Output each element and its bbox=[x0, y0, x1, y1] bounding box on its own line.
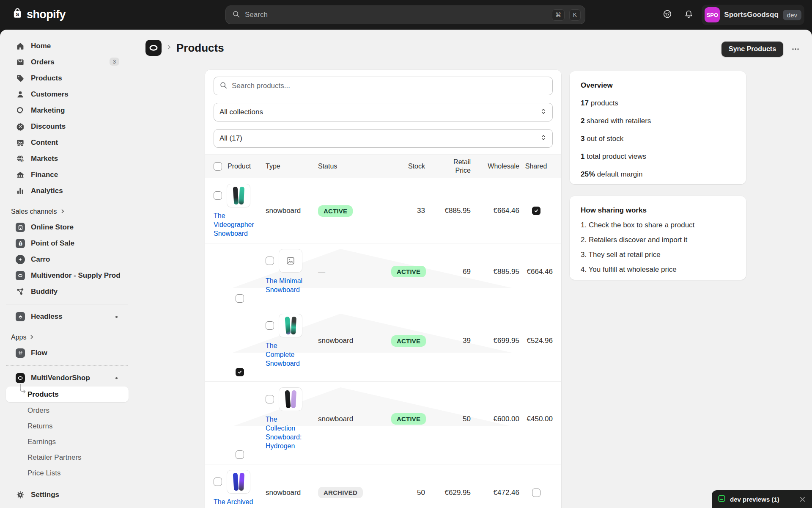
buddify-icon bbox=[16, 287, 25, 296]
sidebar-subitem-price-lists[interactable]: Price Lists bbox=[0, 465, 134, 481]
apps-header[interactable]: Apps bbox=[0, 330, 134, 345]
shopify-bag-icon: S bbox=[11, 7, 24, 22]
sidebar-item-products[interactable]: Products bbox=[0, 70, 129, 86]
pos-icon: S bbox=[16, 239, 25, 248]
status-badge: ACTIVE bbox=[391, 335, 426, 347]
sidebar-item-multivendor[interactable]: Multivendor - Supply Prod... bbox=[0, 268, 129, 284]
product-search-field[interactable] bbox=[214, 77, 553, 95]
table-header: Product Type Status Stock Retail Price W… bbox=[205, 155, 561, 178]
gear-icon bbox=[16, 490, 25, 500]
sidebar-item-finance[interactable]: Finance bbox=[0, 167, 129, 183]
status-badge: ARCHIVED bbox=[318, 487, 363, 498]
breadcrumb-chevron-icon bbox=[166, 44, 172, 52]
sidebar-item-headless[interactable]: Headless bbox=[0, 309, 129, 325]
image-placeholder-icon bbox=[286, 256, 295, 265]
flow-icon bbox=[16, 348, 25, 358]
sidekick-button[interactable] bbox=[659, 7, 675, 23]
stat-out-of-stock: 3 out of stock bbox=[581, 135, 735, 143]
dev-previews-toast[interactable]: dev previews (1) bbox=[712, 490, 812, 508]
table-row: The Minimal Snowboard — ACTIVE 69 €885.9… bbox=[205, 243, 561, 308]
k-key: K bbox=[569, 9, 581, 21]
svg-text:S: S bbox=[19, 243, 21, 245]
status-filter-select[interactable]: All (17) bbox=[214, 129, 553, 148]
sync-products-button[interactable]: Sync Products bbox=[721, 41, 783, 57]
online-store-icon bbox=[16, 223, 25, 232]
shared-checkbox[interactable] bbox=[236, 368, 244, 376]
store-menu[interactable]: SPO SportsGoodsqq dev bbox=[702, 5, 804, 25]
shopify-logo[interactable]: S shopify bbox=[11, 7, 66, 22]
row-checkbox[interactable] bbox=[214, 478, 222, 486]
tag-icon bbox=[16, 74, 25, 83]
app-breadcrumb-icon[interactable] bbox=[145, 40, 162, 56]
sidebar-item-customers[interactable]: Customers bbox=[0, 86, 129, 102]
row-checkbox[interactable] bbox=[266, 257, 274, 265]
sidebar-subitem-orders[interactable]: Orders bbox=[0, 403, 134, 418]
sidebar-item-markets[interactable]: $ Markets bbox=[0, 151, 129, 167]
multivendorshop-icon bbox=[16, 373, 25, 383]
orders-icon bbox=[16, 58, 25, 67]
carro-icon bbox=[16, 255, 25, 264]
more-actions-button[interactable] bbox=[789, 44, 802, 55]
select-stepper-icon bbox=[540, 108, 547, 117]
product-link[interactable]: The Minimal Snowboard bbox=[266, 276, 308, 294]
sidebar-item-carro[interactable]: Carro bbox=[0, 251, 129, 268]
sidebar-item-discounts[interactable]: Discounts bbox=[0, 119, 129, 135]
status-badge: ACTIVE bbox=[391, 266, 426, 277]
close-icon[interactable] bbox=[799, 496, 806, 502]
product-link[interactable]: The Complete Snowboard bbox=[266, 341, 308, 368]
product-thumbnail-placeholder bbox=[279, 249, 302, 273]
sidebar-item-settings[interactable]: Settings bbox=[0, 487, 129, 503]
sales-channels-header[interactable]: Sales channels bbox=[0, 204, 134, 219]
product-link[interactable]: The Collection Snowboard: Hydrogen bbox=[266, 415, 308, 450]
row-checkbox[interactable] bbox=[214, 191, 222, 200]
notifications-button[interactable] bbox=[680, 7, 697, 23]
sidebar-subitem-retailer-partners[interactable]: Retailer Partners bbox=[0, 450, 134, 465]
headless-icon bbox=[16, 312, 25, 321]
product-search-input[interactable] bbox=[232, 82, 547, 90]
stat-products: 17 products bbox=[581, 99, 735, 108]
bell-icon bbox=[684, 9, 694, 21]
product-link[interactable]: The Archived Snowboard bbox=[214, 497, 256, 508]
sidebar-subitem-products[interactable]: Products bbox=[6, 387, 129, 402]
search-icon bbox=[232, 10, 240, 20]
sidebar-item-analytics[interactable]: Analytics bbox=[0, 183, 129, 199]
sidebar-item-orders[interactable]: Orders 3 bbox=[0, 54, 129, 70]
global-search-placeholder: Search bbox=[245, 11, 547, 19]
sidebar-item-online-store[interactable]: Online Store bbox=[0, 219, 129, 235]
row-checkbox[interactable] bbox=[266, 321, 274, 330]
status-badge: ACTIVE bbox=[318, 205, 353, 217]
sidekick-icon bbox=[662, 9, 672, 21]
app-surface: Home Orders 3 Products Customers Marketi… bbox=[0, 30, 812, 508]
multivendorshop-dot-indicator bbox=[115, 377, 118, 379]
stat-shared: 2 shared with retailers bbox=[581, 117, 735, 125]
sidebar-item-content[interactable]: Content bbox=[0, 135, 129, 151]
sidebar-subitem-returns[interactable]: Returns bbox=[0, 418, 134, 434]
sidebar-item-point-of-sale[interactable]: S Point of Sale bbox=[0, 235, 129, 251]
sidebar-item-marketing[interactable]: Marketing bbox=[0, 102, 129, 119]
collections-select[interactable]: All collections bbox=[214, 103, 553, 121]
sidebar-divider bbox=[6, 304, 128, 304]
sidebar-subitem-earnings[interactable]: Earnings bbox=[0, 434, 134, 450]
shared-checkbox[interactable] bbox=[532, 207, 540, 215]
chevron-right-icon bbox=[60, 208, 65, 215]
shared-checkbox[interactable] bbox=[236, 294, 244, 303]
overview-title: Overview bbox=[581, 81, 735, 90]
multivendor-icon bbox=[16, 271, 25, 280]
discount-icon bbox=[16, 122, 25, 131]
global-search[interactable]: Search ⌘ K bbox=[225, 6, 585, 24]
product-thumbnail bbox=[279, 314, 302, 337]
bank-icon bbox=[16, 170, 25, 179]
sidebar-item-buddify[interactable]: Buddify bbox=[0, 284, 129, 300]
sharing-step: 1. Check the box to share a product bbox=[581, 221, 735, 229]
ellipsis-icon bbox=[791, 45, 800, 53]
shared-checkbox[interactable] bbox=[532, 489, 540, 497]
select-all-checkbox[interactable] bbox=[214, 162, 222, 171]
page-title: Products bbox=[176, 41, 224, 55]
sidebar-item-flow[interactable]: Flow bbox=[0, 345, 129, 361]
table-row: The Archived Snowboard snowboard ARCHIVE… bbox=[205, 464, 561, 508]
customers-icon bbox=[16, 90, 25, 99]
product-link[interactable]: The Videographer Snowboard bbox=[214, 211, 256, 238]
row-checkbox[interactable] bbox=[266, 395, 274, 403]
sidebar-item-home[interactable]: Home bbox=[0, 38, 129, 54]
shared-checkbox[interactable] bbox=[236, 450, 244, 459]
